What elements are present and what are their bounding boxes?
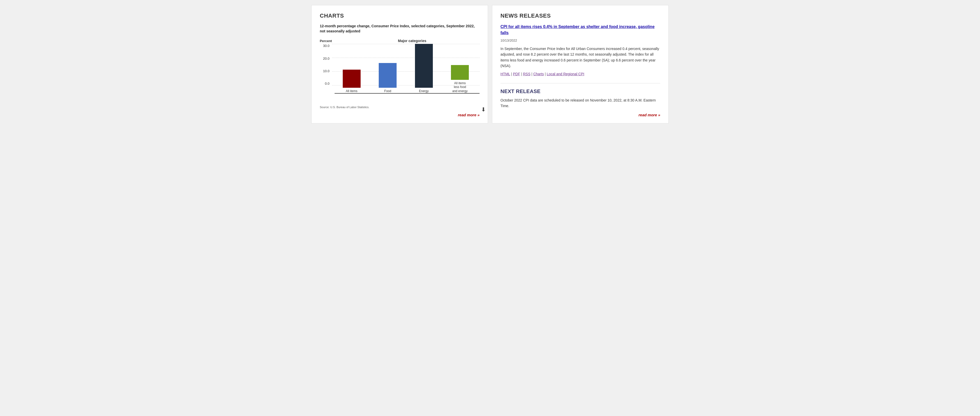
link-local-regional[interactable]: Local and Regional CPI	[547, 72, 584, 76]
chart-wrapper: 30.0 20.0 10.0 0.0 All itemsFoodEnergyAl…	[320, 44, 479, 93]
x-axis-line	[334, 93, 479, 94]
y-tick-20: 20.0	[323, 57, 329, 60]
source-text: Source: U.S. Bureau of Labor Statistics.	[320, 106, 479, 109]
bar-label-3: All itemsless foodand energy	[452, 81, 468, 93]
link-rss[interactable]: RSS	[523, 72, 530, 76]
bar-group-2: Energy	[409, 44, 438, 93]
bar-group-0: All items	[337, 70, 366, 93]
chart-area: Percent Major categories 30.0 20.0 10.0 …	[320, 39, 479, 102]
bar-label-2: Energy	[419, 89, 429, 93]
bar-group-1: Food	[373, 63, 402, 93]
category-label: Major categories	[332, 39, 479, 43]
link-html[interactable]: HTML	[501, 72, 510, 76]
next-release-title: NEXT RELEASE	[501, 89, 660, 94]
bar-3	[451, 65, 469, 79]
news-read-more[interactable]: read more »	[501, 109, 660, 117]
news-title: NEWS RELEASES	[501, 13, 660, 19]
bar-0	[343, 70, 361, 88]
news-panel: NEWS RELEASES CPI for all items rises 0.…	[492, 5, 669, 124]
bar-group-3: All itemsless foodand energy	[445, 65, 475, 93]
main-container: CHARTS 12-month percentage change, Consu…	[311, 5, 669, 124]
link-charts[interactable]: Charts	[533, 72, 544, 76]
y-tick-0: 0.0	[325, 82, 329, 86]
bar-1	[379, 63, 396, 88]
bar-label-1: Food	[384, 89, 391, 93]
article-date: 10/13/2022	[501, 38, 660, 42]
bar-2	[415, 44, 433, 88]
chart-labels-row: Percent Major categories	[320, 39, 479, 43]
bars-container: All itemsFoodEnergyAll itemsless foodand…	[332, 44, 479, 93]
bar-label-0: All items	[346, 89, 357, 93]
chart-subtitle: 12-month percentage change, Consumer Pri…	[320, 24, 479, 34]
next-release-body: October 2022 CPI data are scheduled to b…	[501, 97, 660, 109]
bars-row: All itemsFoodEnergyAll itemsless foodand…	[332, 44, 479, 93]
separator-1: |	[511, 72, 513, 76]
article-body: In September, the Consumer Price Index f…	[501, 46, 660, 69]
charts-title: CHARTS	[320, 13, 479, 19]
charts-panel: CHARTS 12-month percentage change, Consu…	[311, 5, 488, 124]
y-tick-30: 30.0	[323, 44, 329, 48]
link-pdf[interactable]: PDF	[513, 72, 520, 76]
article-links: HTML | PDF | RSS | Charts | Local and Re…	[501, 72, 660, 76]
y-axis: 30.0 20.0 10.0 0.0	[320, 44, 332, 93]
article-headline[interactable]: CPI for all items rises 0.4% in Septembe…	[501, 24, 660, 36]
charts-read-more[interactable]: read more »	[320, 109, 479, 117]
download-icon[interactable]: ⬇	[481, 106, 486, 113]
y-tick-10: 10.0	[323, 69, 329, 73]
separator-3: |	[531, 72, 533, 76]
y-axis-label: Percent	[320, 39, 332, 43]
